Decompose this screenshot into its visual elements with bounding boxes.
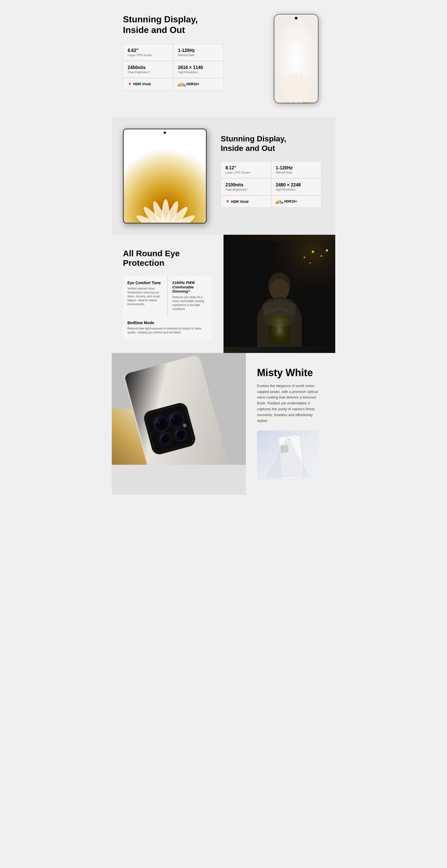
phone-screen bbox=[274, 14, 318, 103]
spec-value-inner-0: 8.12" bbox=[225, 165, 266, 170]
hdr-plus-cell-inner: HDR10+ bbox=[271, 196, 321, 207]
misty-white-title: Misty White bbox=[257, 367, 324, 379]
dark-scene-svg bbox=[224, 241, 335, 347]
hdr-vivid-badge: ▼ HDR Vivid bbox=[128, 82, 151, 87]
spec-value-3: 2616 × 1140 bbox=[178, 65, 219, 70]
hdr-triangle-icon: ▼ bbox=[128, 82, 132, 87]
section-eye-protection: All Round Eye Protection Eye Comfort Ton… bbox=[112, 235, 335, 353]
specs-grid-outer: 6.62" Large LTPO Screen 1-120Hz Refresh … bbox=[123, 44, 224, 90]
spec-cell-inner-2: 2100nits Peak Brightness¹⁰ bbox=[221, 179, 271, 195]
pwm-dimming-desc: Reduces eye strain for a more comfortabl… bbox=[172, 296, 208, 311]
tablet-visual bbox=[123, 129, 212, 223]
spec-cell-1: 1-120Hz Refresh Rate bbox=[173, 44, 223, 61]
spec-cell-inner-1: 1-120Hz Refresh Rate bbox=[271, 161, 321, 178]
hdr-bars-icon-inner bbox=[276, 199, 283, 204]
dark-room-scene bbox=[224, 235, 335, 353]
hdr-plus-text-inner: HDR10+ bbox=[284, 199, 297, 204]
flower-display bbox=[274, 14, 318, 103]
phone-closeup-photo bbox=[112, 353, 246, 495]
section-inner-display: Stunning Display, Inside and Out 8.12" L… bbox=[112, 117, 335, 235]
misty-white-content: Misty White Evokes the elegance of sunli… bbox=[246, 353, 335, 495]
spec-value-inner-2: 2100nits bbox=[225, 183, 266, 188]
section-1-content: Stunning Display, Inside and Out 6.62" L… bbox=[123, 14, 263, 90]
eye-protection-title: All Round Eye Protection bbox=[123, 249, 212, 268]
camera-closeup-svg bbox=[112, 353, 246, 465]
section-2-title: Stunning Display, Inside and Out bbox=[221, 134, 324, 153]
spec-label-3: High Resolution bbox=[178, 71, 219, 74]
spec-label-inner-0: Large LTPO Screen bbox=[225, 171, 266, 174]
hdr-plus-badge-inner: HDR10+ bbox=[276, 199, 297, 204]
bedtime-mode-card: Bedtime Mode Reduces blue light exposure… bbox=[123, 316, 212, 339]
bedtime-mode-title: Bedtime Mode bbox=[127, 320, 208, 325]
spec-label-inner-3: High Resolution bbox=[276, 188, 317, 191]
spec-label-0: Large LTPO Screen bbox=[128, 54, 168, 57]
spec-cell-3: 2616 × 1140 High Resolution bbox=[173, 61, 223, 78]
spec-label-inner-2: Peak Brightness¹⁰ bbox=[225, 188, 266, 191]
spec-value-1: 1-120Hz bbox=[178, 48, 219, 53]
dark-phone-photo bbox=[224, 235, 335, 353]
tablet-notch bbox=[164, 132, 166, 134]
tablet-screen bbox=[124, 129, 206, 223]
hdr-vivid-badge-inner: ▼ HDR Vivid bbox=[225, 199, 248, 204]
hdr-triangle-icon-inner: ▼ bbox=[225, 199, 230, 204]
eye-comfort-card: Eye Comfort Tone Verified optimal colour… bbox=[123, 276, 167, 315]
svg-point-27 bbox=[309, 262, 311, 264]
misty-phone-thumbnail bbox=[257, 430, 318, 481]
spec-label-2: Peak Brightness¹⁰ bbox=[128, 71, 168, 74]
hdr-plus-text: HDR10+ bbox=[186, 82, 199, 86]
eye-cards-top: Eye Comfort Tone Verified optimal colour… bbox=[123, 276, 212, 315]
pwm-dimming-card: 2160Hz PMW Comfortable Dimming¹¹ Reduces… bbox=[168, 276, 212, 315]
misty-white-desc: Evokes the elegance of sunlit snow-cappe… bbox=[257, 383, 324, 424]
specs-grid-inner: 8.12" Large LTPO Screen 1-120Hz Refresh … bbox=[221, 161, 321, 208]
svg-point-25 bbox=[320, 255, 322, 257]
section-1-title: Stunning Display, Inside and Out bbox=[123, 14, 263, 35]
svg-point-26 bbox=[326, 249, 328, 251]
eye-comfort-title: Eye Comfort Tone bbox=[127, 281, 163, 285]
phone-notch bbox=[295, 17, 297, 20]
svg-point-24 bbox=[304, 256, 306, 258]
spec-cell-0: 6.62" Large LTPO Screen bbox=[123, 44, 173, 61]
spec-value-inner-1: 1-120Hz bbox=[276, 165, 317, 170]
spec-value-0: 6.62" bbox=[128, 48, 168, 53]
svg-point-33 bbox=[257, 294, 302, 327]
spec-cell-inner-0: 8.12" Large LTPO Screen bbox=[221, 161, 271, 178]
bedtime-mode-desc: Reduces blue light exposure to minimise … bbox=[127, 327, 208, 335]
section-misty-white: Misty White Evokes the elegance of sunli… bbox=[112, 353, 335, 495]
spec-cell-inner-3: 2480 × 2248 High Resolution bbox=[271, 179, 321, 195]
tablet-flower-display bbox=[124, 129, 207, 223]
hdr-vivid-cell: ▼ HDR Vivid bbox=[123, 78, 173, 90]
section-outer-display: Stunning Display, Inside and Out 6.62" L… bbox=[112, 0, 335, 117]
svg-point-23 bbox=[312, 251, 314, 253]
hdr-vivid-text-inner: HDR Vivid bbox=[231, 199, 249, 204]
hdr-plus-badge: HDR10+ bbox=[178, 82, 199, 86]
eye-comfort-desc: Verified optimal colour temperature redu… bbox=[127, 287, 163, 306]
hdr-vivid-cell-inner: ▼ HDR Vivid bbox=[221, 196, 271, 207]
phone-outer-visual bbox=[268, 14, 324, 103]
pwm-dimming-title: 2160Hz PMW Comfortable Dimming¹¹ bbox=[172, 281, 208, 294]
misty-phone-svg bbox=[257, 430, 318, 481]
spec-label-inner-1: Refresh Rate bbox=[276, 171, 317, 174]
hdr-vivid-text: HDR Vivid bbox=[133, 82, 151, 86]
spec-value-2: 2450nits bbox=[128, 65, 168, 70]
spec-value-inner-3: 2480 × 2248 bbox=[276, 183, 317, 188]
hdr-bars-icon bbox=[178, 82, 186, 86]
tablet-device bbox=[123, 129, 207, 223]
section-2-content: Stunning Display, Inside and Out 8.12" L… bbox=[221, 129, 324, 208]
section-3-content: All Round Eye Protection Eye Comfort Ton… bbox=[112, 235, 224, 353]
spec-cell-2: 2450nits Peak Brightness¹⁰ bbox=[123, 61, 173, 78]
spec-label-1: Refresh Rate bbox=[178, 54, 219, 57]
phone-outer-device bbox=[274, 14, 318, 103]
hdr-plus-cell: HDR10+ bbox=[173, 78, 223, 90]
